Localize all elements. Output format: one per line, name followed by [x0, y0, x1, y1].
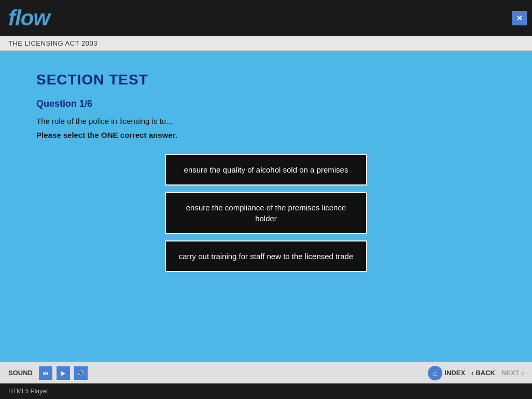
sub-header-title: THE LICENSING ACT 2003	[8, 39, 97, 47]
back-button[interactable]: ‹ BACK	[471, 369, 495, 377]
index-button[interactable]: ⌂ INDEX	[428, 366, 465, 380]
bottom-bar: HTML5 Player	[0, 383, 532, 399]
instruction-text: Please select the ONE correct answer.	[36, 131, 496, 139]
index-icon: ⌂	[428, 366, 442, 380]
header: flow ✕	[0, 0, 532, 36]
sub-header: THE LICENSING ACT 2003	[0, 36, 532, 51]
next-chevron-icon: ›	[522, 369, 524, 377]
rewind-button[interactable]: ⏮	[39, 366, 52, 380]
answer-button-3[interactable]: carry out training for staff new to the …	[165, 240, 367, 272]
question-text: The role of the police in licensing is t…	[36, 117, 496, 125]
back-chevron-icon: ‹	[471, 369, 473, 377]
player-label: HTML5 Player	[8, 388, 48, 395]
main-content: SECTION TEST Question 1/6 The role of th…	[0, 51, 532, 362]
answer-button-2[interactable]: ensure the compliance of the premises li…	[165, 192, 367, 234]
logo: flow	[8, 6, 50, 31]
answer-options: ensure the quality of alcohol sold on a …	[36, 154, 496, 272]
close-button[interactable]: ✕	[512, 11, 527, 25]
play-button[interactable]: ▶	[57, 366, 70, 380]
answer-button-1[interactable]: ensure the quality of alcohol sold on a …	[165, 154, 367, 186]
next-label: NEXT	[501, 369, 520, 377]
footer-left: SOUND ⏮ ▶ 🔊	[8, 366, 88, 380]
index-label: INDEX	[444, 369, 465, 377]
section-title: SECTION TEST	[36, 72, 496, 88]
question-label: Question 1/6	[36, 98, 496, 109]
footer: SOUND ⏮ ▶ 🔊 ⌂ INDEX ‹ BACK NEXT ›	[0, 362, 532, 383]
next-button[interactable]: NEXT ›	[501, 369, 524, 377]
volume-button[interactable]: 🔊	[74, 366, 88, 380]
back-label: BACK	[475, 369, 495, 377]
footer-right: ⌂ INDEX ‹ BACK NEXT ›	[428, 366, 524, 380]
sound-label: SOUND	[8, 369, 33, 377]
